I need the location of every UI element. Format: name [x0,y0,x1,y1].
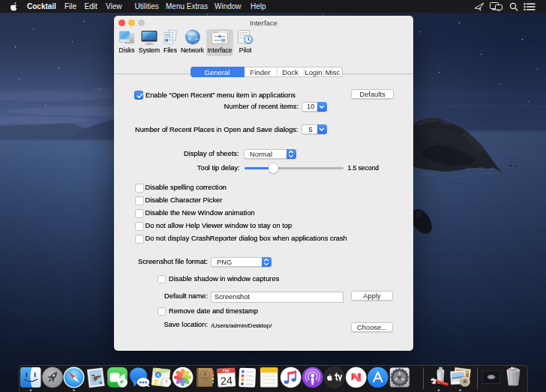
svg-text:FEB: FEB [223,369,230,373]
svg-text:24: 24 [220,375,233,388]
